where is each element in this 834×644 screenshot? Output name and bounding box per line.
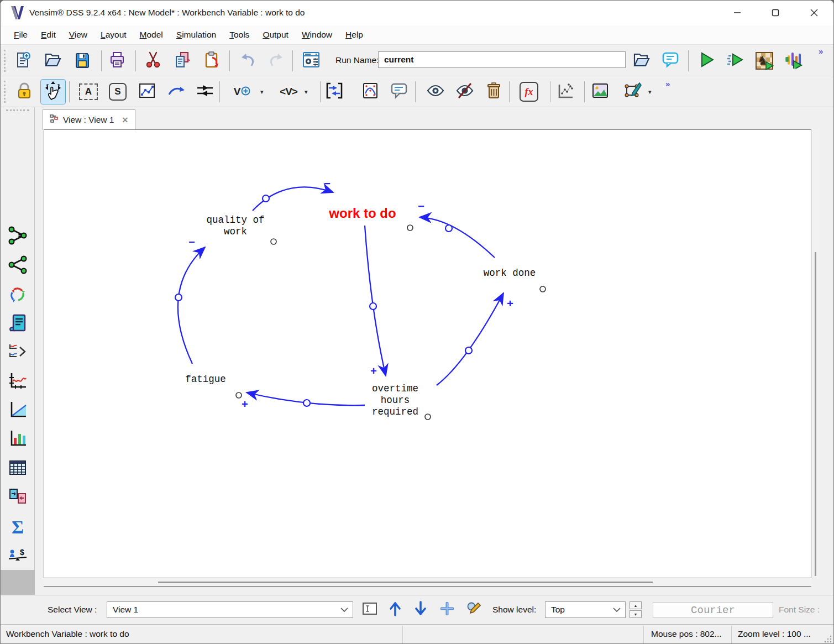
shadow-variable-tool-button[interactable]: S: [105, 79, 130, 104]
vertical-scrollbar-thumb[interactable]: [815, 252, 816, 576]
merge-nodes-button[interactable]: [322, 79, 347, 104]
view-select-combobox[interactable]: View 1: [107, 601, 353, 618]
dropdown-caret-icon[interactable]: ▾: [305, 88, 308, 96]
unhide-tool-button[interactable]: [423, 79, 448, 104]
delete-tool-button[interactable]: [481, 79, 506, 104]
horizontal-scrollbar[interactable]: [44, 579, 811, 587]
print-button[interactable]: [104, 48, 130, 74]
toolbar-grip[interactable]: [4, 50, 7, 72]
sketch-comment-button[interactable]: [386, 79, 412, 104]
stats-button[interactable]: [7, 400, 29, 422]
variable-handle-overtime-hours-required[interactable]: [425, 414, 431, 420]
rate-tool-button[interactable]: [192, 79, 218, 104]
move-tool-button[interactable]: [40, 79, 66, 104]
variable-merge-tool-button[interactable]: V: [230, 79, 254, 104]
sketch-graph-tool-button[interactable]: [134, 79, 160, 104]
insert-image-button[interactable]: [588, 79, 613, 104]
menu-file[interactable]: File: [7, 28, 34, 42]
edit-view-button[interactable]: [465, 601, 482, 618]
run-comment-button[interactable]: [658, 48, 683, 74]
new-model-button[interactable]: [10, 48, 35, 74]
document-button[interactable]: [7, 313, 29, 335]
run-game-button[interactable]: ♞: [752, 48, 777, 74]
variable-handle-fatigue[interactable]: [236, 392, 242, 398]
menu-help[interactable]: Help: [339, 28, 370, 42]
spinner-up-button[interactable]: ▲: [630, 601, 642, 609]
arrow-fatigue-to-quality-of-work[interactable]: [178, 247, 205, 364]
resize-grip[interactable]: [824, 635, 832, 643]
variable-handle-work-done[interactable]: [540, 286, 545, 292]
reality-check-button[interactable]: [553, 79, 578, 104]
toolbar-overflow-chevrons[interactable]: »: [665, 79, 669, 88]
vertical-scrollbar[interactable]: [812, 129, 819, 578]
arrow-handle[interactable]: [445, 225, 452, 232]
variable-overtime-hours-required[interactable]: overtimehoursrequired: [372, 383, 418, 417]
causes-strip-button[interactable]: [7, 342, 29, 364]
move-view-up-button[interactable]: [387, 601, 403, 618]
run-sensitivity-button[interactable]: [781, 48, 807, 74]
arrow-work-done-to-work-to-do[interactable]: [419, 217, 495, 258]
variable-handle-quality-of-work[interactable]: [271, 239, 276, 244]
run-name-input[interactable]: [378, 51, 626, 68]
spinner-down-button[interactable]: ▼: [630, 610, 642, 618]
redo-button[interactable]: [264, 48, 290, 74]
menu-simulation[interactable]: Simulation: [170, 28, 223, 42]
maximize-button[interactable]: [763, 1, 788, 25]
paste-button[interactable]: [199, 48, 224, 74]
runs-compare-button[interactable]: [7, 486, 29, 509]
undo-button[interactable]: [234, 48, 260, 74]
dropdown-caret-icon[interactable]: ▾: [260, 88, 264, 96]
simulation-setup-button[interactable]: [298, 48, 324, 74]
tab-close-icon[interactable]: ✕: [122, 116, 128, 124]
loops-button[interactable]: [7, 285, 29, 307]
menu-view[interactable]: View: [62, 28, 94, 42]
variable-work-done[interactable]: work done: [484, 268, 536, 279]
dropdown-caret-icon[interactable]: ▾: [648, 88, 652, 96]
close-button[interactable]: [801, 1, 827, 25]
menu-model[interactable]: Model: [133, 28, 170, 42]
graph-button[interactable]: [7, 371, 29, 393]
arrow-work-to-do-to-overtime-hours-required[interactable]: [365, 226, 386, 376]
causal-loop-diagram[interactable]: −−+++−quality ofworkwork to dowork donef…: [44, 130, 811, 578]
lookup-graph-button[interactable]: [358, 79, 383, 104]
arrow-overtime-hours-required-to-work-done[interactable]: [437, 293, 503, 385]
run-simulation-button[interactable]: [694, 48, 719, 74]
causes-tree-button[interactable]: [7, 226, 29, 248]
model-canvas[interactable]: −−+++−quality ofworkwork to dowork donef…: [44, 129, 811, 578]
open-model-button[interactable]: [40, 48, 65, 74]
table-button[interactable]: [7, 458, 29, 480]
arrow-handle[interactable]: [370, 303, 376, 310]
toolbar-overflow-chevrons[interactable]: »: [819, 46, 822, 56]
arrow-handle[interactable]: [303, 400, 310, 406]
copy-button[interactable]: [170, 48, 195, 74]
menu-layout[interactable]: Layout: [94, 28, 133, 42]
units-check-button[interactable]: $: [7, 545, 29, 567]
add-view-button[interactable]: [439, 601, 455, 618]
arrow-handle[interactable]: [465, 347, 472, 354]
uses-tree-button[interactable]: [7, 255, 29, 277]
move-view-down-button[interactable]: [412, 601, 429, 618]
bar-graph-button[interactable]: [7, 428, 29, 451]
equation-tool-button[interactable]: fx: [516, 79, 542, 104]
variable-handle-work-to-do[interactable]: [407, 225, 413, 231]
load-run-button[interactable]: [628, 48, 654, 74]
variable-quality-of-work[interactable]: quality ofwork: [206, 214, 264, 237]
font-button[interactable]: Courier: [653, 602, 773, 618]
tab-view-1[interactable]: View : View 1 ✕: [43, 109, 135, 130]
rename-view-button[interactable]: [361, 601, 378, 618]
edit-shape-button[interactable]: [620, 79, 645, 104]
cut-button[interactable]: [140, 48, 166, 74]
variable-work-to-do[interactable]: work to do: [328, 206, 396, 221]
variable-text-tool-button[interactable]: A: [76, 79, 101, 104]
variable-fatigue[interactable]: fatigue: [185, 374, 226, 385]
run-synthesim-button[interactable]: [722, 48, 748, 74]
menu-output[interactable]: Output: [256, 28, 295, 42]
menu-edit[interactable]: Edit: [34, 28, 62, 42]
horizontal-scrollbar-thumb[interactable]: [158, 582, 653, 583]
menu-tools[interactable]: Tools: [223, 28, 256, 42]
hide-tool-button[interactable]: [452, 79, 478, 104]
menu-window[interactable]: Window: [295, 28, 339, 42]
arrow-tool-button[interactable]: [164, 79, 189, 104]
arrow-handle[interactable]: [263, 195, 269, 202]
save-button[interactable]: [70, 48, 95, 74]
